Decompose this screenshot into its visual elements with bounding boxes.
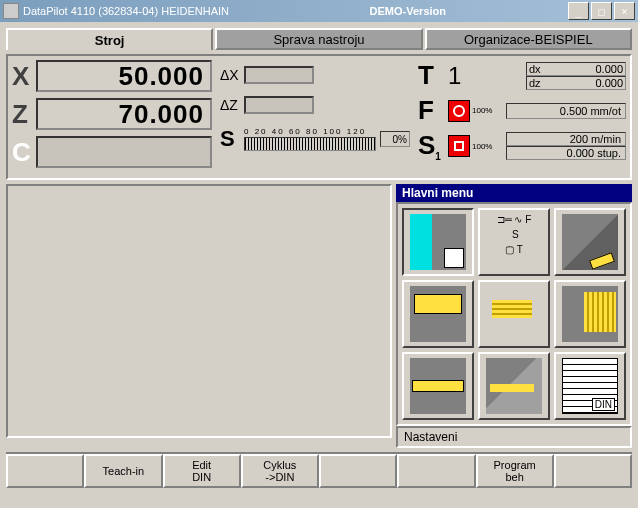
- softkey-cyklus-din[interactable]: Cyklus ->DIN: [241, 454, 319, 488]
- spindle-s-label: S: [220, 126, 244, 152]
- roughing-icon: [410, 286, 466, 342]
- minimize-button[interactable]: _: [568, 2, 589, 20]
- menu-milling[interactable]: [478, 352, 550, 420]
- feed-override: 100%: [472, 106, 492, 115]
- feed-f-label: F: [418, 95, 440, 126]
- tool-number: 1: [448, 62, 461, 90]
- softkey-5[interactable]: [319, 454, 397, 488]
- axis-x-value: 50.000: [36, 60, 212, 92]
- softkey-edit-din[interactable]: Edit DIN: [163, 454, 241, 488]
- drilling-icon: [410, 358, 466, 414]
- tab-machine[interactable]: Stroj: [6, 28, 213, 50]
- milling-icon: [486, 358, 542, 414]
- delta-x-value: [244, 66, 314, 84]
- din-icon: [562, 358, 618, 414]
- spindle-angle: 0.000 stup.: [506, 146, 626, 160]
- menu-grooving[interactable]: [478, 280, 550, 348]
- spindle-stop-icon: [448, 135, 470, 157]
- dx-value: 0.000: [595, 63, 623, 75]
- feed-value: 0.500 mm/ot: [506, 103, 626, 119]
- tool-t-label: T: [418, 60, 440, 91]
- dz-label: dz: [529, 77, 595, 89]
- axis-c-value: [36, 136, 212, 168]
- spindle-override: 100%: [472, 142, 492, 151]
- feed-stop-icon: [448, 100, 470, 122]
- main-menu-grid: ⊐═ ∿ F S ▢ T: [396, 202, 632, 426]
- dz-value: 0.000: [595, 77, 623, 89]
- workpiece-icon: [410, 214, 466, 270]
- delta-z-value: [244, 96, 314, 114]
- close-button[interactable]: ×: [614, 2, 635, 20]
- softkey-6[interactable]: [397, 454, 475, 488]
- demo-label: DEMO-Version: [370, 5, 446, 17]
- spindle-load-bar: [244, 137, 376, 151]
- menu-status-text: Nastaveni: [396, 426, 632, 448]
- menu-workpiece-setup[interactable]: [402, 208, 474, 276]
- main-tabs: Stroj Sprava nastroju Organizace-BEISPIE…: [6, 28, 632, 50]
- single-cut-icon: [562, 214, 618, 270]
- maximize-button[interactable]: □: [591, 2, 612, 20]
- menu-drilling[interactable]: [402, 352, 474, 420]
- grooving-icon: [486, 286, 542, 342]
- threading-icon: [562, 286, 618, 342]
- menu-roughing[interactable]: [402, 280, 474, 348]
- dx-label: dx: [529, 63, 595, 75]
- axis-z-label: Z: [12, 99, 36, 130]
- tab-organization[interactable]: Organizace-BEISPIEL: [425, 28, 632, 50]
- softkey-1[interactable]: [6, 454, 84, 488]
- menu-tool-fst[interactable]: ⊐═ ∿ F S ▢ T: [478, 208, 550, 276]
- delta-z-label: ΔZ: [220, 97, 244, 113]
- main-menu-title: Hlavni menu: [396, 184, 632, 202]
- delta-x-label: ΔX: [220, 67, 244, 83]
- fst-icon: ⊐═ ∿ F S ▢ T: [486, 214, 542, 270]
- dro-panel: X 50.000 Z 70.000 C ΔX ΔZ S: [6, 54, 632, 180]
- spindle-percent: 0%: [380, 131, 410, 147]
- axis-c-label: C: [12, 137, 36, 168]
- window-titlebar: DataPilot 4110 (362834-04) HEIDENHAIN DE…: [0, 0, 638, 22]
- spindle-speed: 200 m/min: [506, 132, 626, 146]
- axis-x-label: X: [12, 61, 36, 92]
- softkey-bar: Teach-in Edit DIN Cyklus ->DIN Program b…: [6, 452, 632, 488]
- tab-tool-admin[interactable]: Sprava nastroju: [215, 28, 422, 50]
- app-icon: [3, 3, 19, 19]
- softkey-teach-in[interactable]: Teach-in: [84, 454, 162, 488]
- softkey-program-beh[interactable]: Program beh: [476, 454, 554, 488]
- spindle-scale-ticks: 0 20 40 60 80 100 120: [244, 127, 376, 136]
- softkey-8[interactable]: [554, 454, 632, 488]
- menu-din-program[interactable]: [554, 352, 626, 420]
- window-title: DataPilot 4110 (362834-04) HEIDENHAIN: [23, 5, 370, 17]
- graphics-workspace: [6, 184, 392, 438]
- menu-single-cut[interactable]: [554, 208, 626, 276]
- spindle-s-label-2: S1: [418, 130, 440, 162]
- axis-z-value: 70.000: [36, 98, 212, 130]
- menu-threading[interactable]: [554, 280, 626, 348]
